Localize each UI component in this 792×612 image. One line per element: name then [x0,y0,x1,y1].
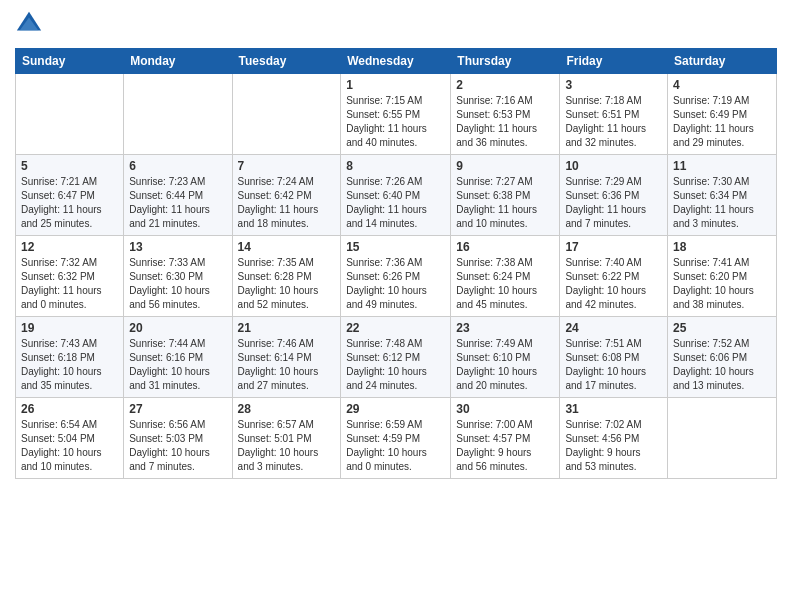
day-info: Sunrise: 7:27 AM Sunset: 6:38 PM Dayligh… [456,175,554,231]
day-info: Sunrise: 7:38 AM Sunset: 6:24 PM Dayligh… [456,256,554,312]
day-number: 6 [129,159,226,173]
day-info: Sunrise: 7:00 AM Sunset: 4:57 PM Dayligh… [456,418,554,474]
day-number: 31 [565,402,662,416]
calendar-cell: 29Sunrise: 6:59 AM Sunset: 4:59 PM Dayli… [341,398,451,479]
weekday-header: Monday [124,49,232,74]
day-info: Sunrise: 7:23 AM Sunset: 6:44 PM Dayligh… [129,175,226,231]
day-info: Sunrise: 6:59 AM Sunset: 4:59 PM Dayligh… [346,418,445,474]
day-info: Sunrise: 7:46 AM Sunset: 6:14 PM Dayligh… [238,337,336,393]
day-info: Sunrise: 7:40 AM Sunset: 6:22 PM Dayligh… [565,256,662,312]
calendar-cell: 2Sunrise: 7:16 AM Sunset: 6:53 PM Daylig… [451,74,560,155]
weekday-header-row: SundayMondayTuesdayWednesdayThursdayFrid… [16,49,777,74]
calendar-cell: 13Sunrise: 7:33 AM Sunset: 6:30 PM Dayli… [124,236,232,317]
day-info: Sunrise: 7:21 AM Sunset: 6:47 PM Dayligh… [21,175,118,231]
day-number: 1 [346,78,445,92]
calendar-cell: 17Sunrise: 7:40 AM Sunset: 6:22 PM Dayli… [560,236,668,317]
day-number: 9 [456,159,554,173]
day-number: 13 [129,240,226,254]
day-number: 15 [346,240,445,254]
day-number: 28 [238,402,336,416]
day-info: Sunrise: 7:30 AM Sunset: 6:34 PM Dayligh… [673,175,771,231]
calendar-cell: 30Sunrise: 7:00 AM Sunset: 4:57 PM Dayli… [451,398,560,479]
day-number: 4 [673,78,771,92]
day-number: 3 [565,78,662,92]
weekday-header: Thursday [451,49,560,74]
calendar-cell: 20Sunrise: 7:44 AM Sunset: 6:16 PM Dayli… [124,317,232,398]
weekday-header: Friday [560,49,668,74]
calendar-container: SundayMondayTuesdayWednesdayThursdayFrid… [0,0,792,489]
day-info: Sunrise: 6:57 AM Sunset: 5:01 PM Dayligh… [238,418,336,474]
day-info: Sunrise: 7:33 AM Sunset: 6:30 PM Dayligh… [129,256,226,312]
day-number: 18 [673,240,771,254]
day-number: 16 [456,240,554,254]
calendar-cell: 22Sunrise: 7:48 AM Sunset: 6:12 PM Dayli… [341,317,451,398]
calendar-cell: 15Sunrise: 7:36 AM Sunset: 6:26 PM Dayli… [341,236,451,317]
calendar-cell: 25Sunrise: 7:52 AM Sunset: 6:06 PM Dayli… [668,317,777,398]
day-number: 17 [565,240,662,254]
header [15,10,777,38]
day-number: 2 [456,78,554,92]
day-number: 8 [346,159,445,173]
day-number: 12 [21,240,118,254]
calendar-cell: 23Sunrise: 7:49 AM Sunset: 6:10 PM Dayli… [451,317,560,398]
calendar-cell [16,74,124,155]
day-info: Sunrise: 6:56 AM Sunset: 5:03 PM Dayligh… [129,418,226,474]
day-number: 26 [21,402,118,416]
logo [15,10,47,38]
calendar-cell: 7Sunrise: 7:24 AM Sunset: 6:42 PM Daylig… [232,155,341,236]
day-number: 20 [129,321,226,335]
day-number: 19 [21,321,118,335]
calendar-cell: 16Sunrise: 7:38 AM Sunset: 6:24 PM Dayli… [451,236,560,317]
day-number: 27 [129,402,226,416]
day-info: Sunrise: 7:41 AM Sunset: 6:20 PM Dayligh… [673,256,771,312]
calendar-cell: 6Sunrise: 7:23 AM Sunset: 6:44 PM Daylig… [124,155,232,236]
calendar-cell: 28Sunrise: 6:57 AM Sunset: 5:01 PM Dayli… [232,398,341,479]
calendar-week-row: 1Sunrise: 7:15 AM Sunset: 6:55 PM Daylig… [16,74,777,155]
day-info: Sunrise: 7:51 AM Sunset: 6:08 PM Dayligh… [565,337,662,393]
calendar-cell: 24Sunrise: 7:51 AM Sunset: 6:08 PM Dayli… [560,317,668,398]
day-number: 30 [456,402,554,416]
calendar-cell: 19Sunrise: 7:43 AM Sunset: 6:18 PM Dayli… [16,317,124,398]
calendar-cell: 1Sunrise: 7:15 AM Sunset: 6:55 PM Daylig… [341,74,451,155]
calendar-week-row: 5Sunrise: 7:21 AM Sunset: 6:47 PM Daylig… [16,155,777,236]
calendar-cell [124,74,232,155]
calendar-cell: 31Sunrise: 7:02 AM Sunset: 4:56 PM Dayli… [560,398,668,479]
day-info: Sunrise: 7:18 AM Sunset: 6:51 PM Dayligh… [565,94,662,150]
calendar-week-row: 12Sunrise: 7:32 AM Sunset: 6:32 PM Dayli… [16,236,777,317]
weekday-header: Saturday [668,49,777,74]
calendar-cell: 11Sunrise: 7:30 AM Sunset: 6:34 PM Dayli… [668,155,777,236]
weekday-header: Sunday [16,49,124,74]
day-info: Sunrise: 7:43 AM Sunset: 6:18 PM Dayligh… [21,337,118,393]
day-info: Sunrise: 7:48 AM Sunset: 6:12 PM Dayligh… [346,337,445,393]
calendar-cell: 10Sunrise: 7:29 AM Sunset: 6:36 PM Dayli… [560,155,668,236]
day-info: Sunrise: 7:52 AM Sunset: 6:06 PM Dayligh… [673,337,771,393]
day-number: 21 [238,321,336,335]
day-number: 5 [21,159,118,173]
weekday-header: Wednesday [341,49,451,74]
day-info: Sunrise: 7:35 AM Sunset: 6:28 PM Dayligh… [238,256,336,312]
calendar-cell: 21Sunrise: 7:46 AM Sunset: 6:14 PM Dayli… [232,317,341,398]
calendar-cell: 27Sunrise: 6:56 AM Sunset: 5:03 PM Dayli… [124,398,232,479]
day-number: 10 [565,159,662,173]
logo-icon [15,10,43,38]
day-number: 24 [565,321,662,335]
day-info: Sunrise: 7:32 AM Sunset: 6:32 PM Dayligh… [21,256,118,312]
day-number: 25 [673,321,771,335]
weekday-header: Tuesday [232,49,341,74]
day-info: Sunrise: 7:26 AM Sunset: 6:40 PM Dayligh… [346,175,445,231]
calendar-cell: 3Sunrise: 7:18 AM Sunset: 6:51 PM Daylig… [560,74,668,155]
calendar-cell: 26Sunrise: 6:54 AM Sunset: 5:04 PM Dayli… [16,398,124,479]
day-info: Sunrise: 7:15 AM Sunset: 6:55 PM Dayligh… [346,94,445,150]
day-number: 7 [238,159,336,173]
day-info: Sunrise: 7:44 AM Sunset: 6:16 PM Dayligh… [129,337,226,393]
calendar-cell: 12Sunrise: 7:32 AM Sunset: 6:32 PM Dayli… [16,236,124,317]
calendar-cell [232,74,341,155]
day-number: 14 [238,240,336,254]
day-info: Sunrise: 7:02 AM Sunset: 4:56 PM Dayligh… [565,418,662,474]
day-number: 29 [346,402,445,416]
day-info: Sunrise: 7:29 AM Sunset: 6:36 PM Dayligh… [565,175,662,231]
calendar-cell: 14Sunrise: 7:35 AM Sunset: 6:28 PM Dayli… [232,236,341,317]
day-info: Sunrise: 7:16 AM Sunset: 6:53 PM Dayligh… [456,94,554,150]
day-info: Sunrise: 7:24 AM Sunset: 6:42 PM Dayligh… [238,175,336,231]
day-number: 22 [346,321,445,335]
